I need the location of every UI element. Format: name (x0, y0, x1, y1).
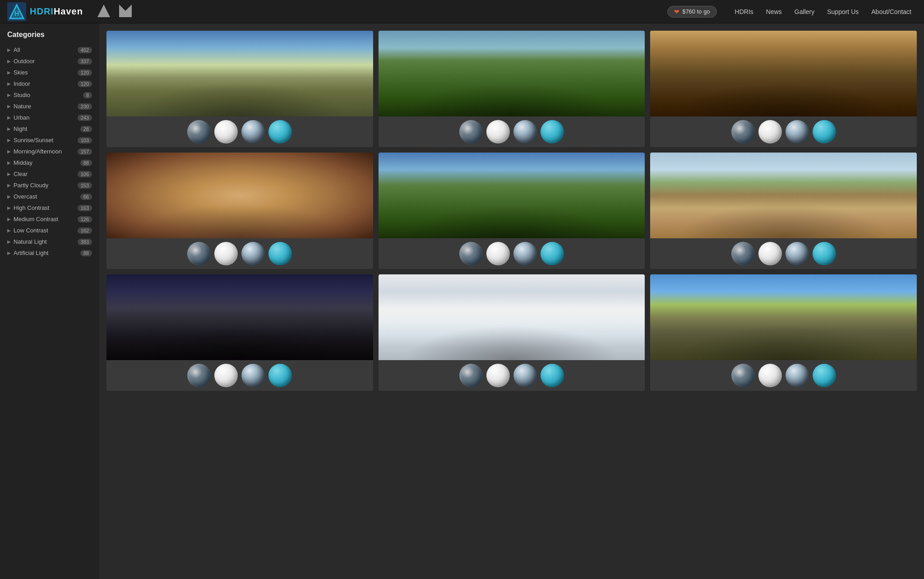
hdri-card-4[interactable] (106, 153, 373, 269)
spheres-row-3 (650, 116, 917, 147)
sphere-mirror-3 (785, 120, 809, 144)
hdri-image-9 (650, 274, 917, 360)
spheres-row-2 (379, 116, 645, 147)
sidebar-item-morning[interactable]: ▶ Morning/Afternoon 157 (0, 146, 99, 157)
hdri-image-5 (379, 153, 645, 238)
sphere-blue-2 (541, 120, 564, 144)
sidebar-label-studio: Studio (14, 92, 81, 98)
sphere-mirror-4 (241, 242, 265, 265)
sidebar-count-outdoor: 337 (78, 58, 92, 65)
sidebar-label-skies: Skies (14, 69, 76, 76)
sidebar-item-clear[interactable]: ▶ Clear 106 (0, 168, 99, 180)
chevron-icon: ▶ (7, 70, 11, 75)
sidebar-item-studio[interactable]: ▶ Studio 8 (0, 89, 99, 101)
nav-gallery[interactable]: Gallery (789, 5, 820, 18)
hdri-card-7[interactable] (106, 274, 373, 391)
svg-marker-5 (119, 5, 132, 17)
nav-support[interactable]: Support Us (822, 5, 864, 18)
sphere-glass-3 (731, 120, 755, 144)
svg-text:H: H (14, 10, 19, 17)
sphere-blue-6 (813, 242, 836, 265)
sphere-white-5 (486, 242, 510, 265)
hdri-card-1[interactable] (106, 31, 373, 147)
nav-news[interactable]: News (761, 5, 787, 18)
spheres-row-6 (650, 238, 917, 269)
hdri-image-6 (650, 153, 917, 238)
sphere-white-8 (486, 364, 510, 387)
m-icon-btn[interactable] (117, 3, 134, 20)
chevron-icon: ▶ (7, 47, 11, 52)
sphere-mirror-6 (785, 242, 809, 265)
chevron-icon: ▶ (7, 239, 11, 244)
chevron-icon: ▶ (7, 59, 11, 64)
chevron-icon: ▶ (7, 183, 11, 188)
nav-hdris[interactable]: HDRIs (730, 5, 759, 18)
sidebar-item-medium-contrast[interactable]: ▶ Medium Contrast 126 (0, 213, 99, 225)
upload-icon-btn[interactable] (96, 3, 112, 20)
sidebar-item-low-contrast[interactable]: ▶ Low Contrast 162 (0, 225, 99, 236)
sidebar-label-morning: Morning/Afternoon (14, 148, 76, 155)
sidebar-item-partly-cloudy[interactable]: ▶ Partly Cloudy 153 (0, 180, 99, 191)
sidebar-item-indoor[interactable]: ▶ Indoor 120 (0, 78, 99, 89)
hdri-card-6[interactable] (650, 153, 917, 269)
chevron-icon: ▶ (7, 217, 11, 222)
donation-bar[interactable]: ❤ $760 to go (667, 6, 716, 18)
hdri-image-2 (379, 31, 645, 116)
sphere-white-3 (758, 120, 782, 144)
sidebar-label-high-contrast: High Contrast (14, 204, 76, 211)
sidebar-count-morning: 157 (78, 148, 92, 155)
chevron-icon: ▶ (7, 81, 11, 86)
hdri-card-8[interactable] (379, 274, 645, 391)
hdri-image-4 (106, 153, 373, 238)
sidebar-item-all[interactable]: ▶ All 452 (0, 44, 99, 56)
hdri-card-2[interactable] (379, 31, 645, 147)
sidebar-item-urban[interactable]: ▶ Urban 243 (0, 112, 99, 123)
heart-icon: ❤ (674, 8, 679, 15)
sidebar-item-nature[interactable]: ▶ Nature 230 (0, 101, 99, 112)
sidebar-count-high-contrast: 163 (78, 205, 92, 211)
hdri-card-3[interactable] (650, 31, 917, 147)
sidebar-count-all: 452 (78, 47, 92, 53)
chevron-icon: ▶ (7, 126, 11, 131)
sidebar-item-midday[interactable]: ▶ Midday 88 (0, 157, 99, 168)
sphere-mirror-5 (513, 242, 537, 265)
sidebar-count-partly-cloudy: 153 (78, 182, 92, 189)
sidebar-item-night[interactable]: ▶ Night 28 (0, 123, 99, 134)
spheres-row-7 (106, 360, 373, 391)
sphere-blue-1 (268, 120, 292, 144)
sidebar-item-overcast[interactable]: ▶ Overcast 66 (0, 191, 99, 202)
chevron-icon: ▶ (7, 160, 11, 165)
sidebar-item-artificial-light[interactable]: ▶ Artificial Light 88 (0, 247, 99, 259)
sidebar-count-overcast: 66 (80, 194, 92, 200)
sidebar-item-skies[interactable]: ▶ Skies 120 (0, 67, 99, 78)
spheres-row-8 (379, 360, 645, 391)
logo-text: HDRIHaven (30, 6, 83, 17)
sidebar-item-sunrise[interactable]: ▶ Sunrise/Sunset 103 (0, 134, 99, 146)
sidebar-item-natural-light[interactable]: ▶ Natural Light 383 (0, 236, 99, 247)
sidebar-count-medium-contrast: 126 (78, 216, 92, 222)
sidebar-item-high-contrast[interactable]: ▶ High Contrast 163 (0, 202, 99, 213)
sidebar-count-natural-light: 383 (78, 239, 92, 245)
sidebar-label-partly-cloudy: Partly Cloudy (14, 182, 76, 189)
sidebar-count-sunrise: 103 (78, 137, 92, 144)
sphere-glass-5 (459, 242, 483, 265)
sidebar-label-indoor: Indoor (14, 80, 76, 87)
sphere-white-7 (214, 364, 238, 387)
sidebar-count-urban: 243 (78, 115, 92, 121)
sidebar-count-night: 28 (80, 126, 92, 132)
sphere-white-4 (214, 242, 238, 265)
sidebar-item-outdoor[interactable]: ▶ Outdoor 337 (0, 56, 99, 67)
sphere-blue-4 (268, 242, 292, 265)
nav-about[interactable]: About/Contact (866, 5, 917, 18)
spheres-row-5 (379, 238, 645, 269)
chevron-icon: ▶ (7, 138, 11, 143)
sidebar-title: Categories (0, 31, 99, 44)
spheres-row-9 (650, 360, 917, 391)
hdri-card-5[interactable] (379, 153, 645, 269)
hdri-grid (99, 23, 924, 579)
nav-links: HDRIs News Gallery Support Us About/Cont… (730, 5, 917, 18)
hdri-card-9[interactable] (650, 274, 917, 391)
sphere-glass-4 (187, 242, 211, 265)
sidebar-label-all: All (14, 46, 76, 53)
sphere-glass-7 (187, 364, 211, 387)
